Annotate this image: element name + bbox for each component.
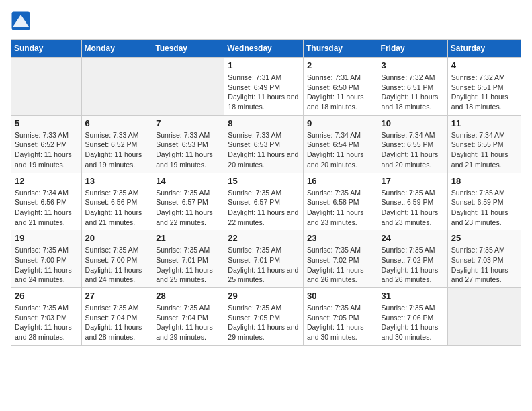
- calendar-cell: 1Sunrise: 7:31 AM Sunset: 6:49 PM Daylig…: [224, 58, 304, 116]
- calendar-cell: 2Sunrise: 7:31 AM Sunset: 6:50 PM Daylig…: [303, 58, 378, 116]
- day-number: 17: [382, 176, 444, 186]
- day-info: Sunrise: 7:32 AM Sunset: 6:51 PM Dayligh…: [382, 73, 444, 112]
- calendar-cell: 31Sunrise: 7:35 AM Sunset: 7:06 PM Dayli…: [378, 288, 447, 346]
- calendar-cell: 7Sunrise: 7:33 AM Sunset: 6:53 PM Daylig…: [152, 115, 224, 173]
- day-info: Sunrise: 7:35 AM Sunset: 7:05 PM Dayligh…: [228, 303, 300, 342]
- day-number: 4: [451, 60, 517, 71]
- calendar-cell: 14Sunrise: 7:35 AM Sunset: 6:57 PM Dayli…: [152, 173, 224, 230]
- day-number: 31: [382, 291, 444, 301]
- day-info: Sunrise: 7:35 AM Sunset: 7:02 PM Dayligh…: [307, 245, 374, 285]
- calendar-cell: [447, 288, 521, 346]
- day-number: 7: [156, 118, 220, 128]
- header-tuesday: Tuesday: [152, 40, 224, 58]
- calendar-cell: 23Sunrise: 7:35 AM Sunset: 7:02 PM Dayli…: [303, 230, 378, 288]
- day-number: 3: [382, 60, 444, 71]
- calendar-cell: 25Sunrise: 7:35 AM Sunset: 7:03 PM Dayli…: [447, 230, 521, 288]
- day-info: Sunrise: 7:35 AM Sunset: 6:59 PM Dayligh…: [382, 188, 444, 228]
- day-number: 22: [228, 233, 300, 243]
- day-number: 10: [382, 118, 444, 128]
- day-info: Sunrise: 7:35 AM Sunset: 6:59 PM Dayligh…: [451, 188, 517, 228]
- day-number: 9: [307, 118, 374, 128]
- day-number: 16: [307, 176, 374, 186]
- header-sunday: Sunday: [11, 40, 82, 58]
- calendar-cell: 13Sunrise: 7:35 AM Sunset: 6:56 PM Dayli…: [81, 173, 152, 230]
- page-header: [11, 11, 521, 31]
- day-info: Sunrise: 7:35 AM Sunset: 7:00 PM Dayligh…: [15, 245, 78, 285]
- calendar-header-row: SundayMondayTuesdayWednesdayThursdayFrid…: [11, 40, 521, 58]
- day-info: Sunrise: 7:32 AM Sunset: 6:51 PM Dayligh…: [451, 73, 517, 112]
- day-number: 5: [15, 118, 78, 128]
- day-info: Sunrise: 7:35 AM Sunset: 7:03 PM Dayligh…: [15, 303, 78, 342]
- day-number: 21: [156, 233, 220, 243]
- day-info: Sunrise: 7:35 AM Sunset: 7:04 PM Dayligh…: [156, 303, 220, 342]
- day-info: Sunrise: 7:35 AM Sunset: 7:03 PM Dayligh…: [451, 245, 517, 285]
- day-number: 2: [307, 60, 374, 71]
- day-number: 24: [382, 233, 444, 243]
- day-number: 8: [228, 118, 300, 128]
- calendar-cell: 28Sunrise: 7:35 AM Sunset: 7:04 PM Dayli…: [152, 288, 224, 346]
- day-info: Sunrise: 7:35 AM Sunset: 7:04 PM Dayligh…: [85, 303, 149, 342]
- calendar-cell: 9Sunrise: 7:34 AM Sunset: 6:54 PM Daylig…: [303, 115, 378, 173]
- day-number: 13: [85, 176, 149, 186]
- day-number: 26: [15, 291, 78, 301]
- day-number: 27: [85, 291, 149, 301]
- calendar-cell: 5Sunrise: 7:33 AM Sunset: 6:52 PM Daylig…: [11, 115, 82, 173]
- calendar-cell: 3Sunrise: 7:32 AM Sunset: 6:51 PM Daylig…: [378, 58, 447, 116]
- day-info: Sunrise: 7:33 AM Sunset: 6:52 PM Dayligh…: [85, 130, 149, 170]
- header-saturday: Saturday: [447, 40, 521, 58]
- calendar-week-row: 12Sunrise: 7:34 AM Sunset: 6:56 PM Dayli…: [11, 173, 521, 230]
- calendar-cell: 10Sunrise: 7:34 AM Sunset: 6:55 PM Dayli…: [378, 115, 447, 173]
- day-number: 12: [15, 176, 78, 186]
- day-info: Sunrise: 7:35 AM Sunset: 7:02 PM Dayligh…: [382, 245, 444, 285]
- calendar-cell: 20Sunrise: 7:35 AM Sunset: 7:00 PM Dayli…: [81, 230, 152, 288]
- logo: [11, 11, 34, 31]
- day-number: 15: [228, 176, 300, 186]
- day-number: 29: [228, 291, 300, 301]
- calendar-cell: [152, 58, 224, 116]
- day-info: Sunrise: 7:34 AM Sunset: 6:55 PM Dayligh…: [382, 130, 444, 170]
- calendar-cell: 17Sunrise: 7:35 AM Sunset: 6:59 PM Dayli…: [378, 173, 447, 230]
- day-number: 14: [156, 176, 220, 186]
- day-info: Sunrise: 7:35 AM Sunset: 7:06 PM Dayligh…: [382, 303, 444, 342]
- calendar-cell: 4Sunrise: 7:32 AM Sunset: 6:51 PM Daylig…: [447, 58, 521, 116]
- day-info: Sunrise: 7:31 AM Sunset: 6:49 PM Dayligh…: [228, 73, 300, 112]
- day-number: 18: [451, 176, 517, 186]
- day-number: 1: [228, 60, 300, 71]
- day-info: Sunrise: 7:34 AM Sunset: 6:54 PM Dayligh…: [307, 130, 374, 170]
- header-friday: Friday: [378, 40, 447, 58]
- calendar-cell: 22Sunrise: 7:35 AM Sunset: 7:01 PM Dayli…: [224, 230, 304, 288]
- day-info: Sunrise: 7:31 AM Sunset: 6:50 PM Dayligh…: [307, 73, 374, 112]
- day-info: Sunrise: 7:34 AM Sunset: 6:56 PM Dayligh…: [15, 188, 78, 228]
- day-number: 20: [85, 233, 149, 243]
- day-info: Sunrise: 7:33 AM Sunset: 6:53 PM Dayligh…: [156, 130, 220, 170]
- calendar-cell: 15Sunrise: 7:35 AM Sunset: 6:57 PM Dayli…: [224, 173, 304, 230]
- header-thursday: Thursday: [303, 40, 378, 58]
- day-info: Sunrise: 7:35 AM Sunset: 6:57 PM Dayligh…: [228, 188, 300, 228]
- calendar-week-row: 26Sunrise: 7:35 AM Sunset: 7:03 PM Dayli…: [11, 288, 521, 346]
- calendar-week-row: 5Sunrise: 7:33 AM Sunset: 6:52 PM Daylig…: [11, 115, 521, 173]
- day-info: Sunrise: 7:34 AM Sunset: 6:55 PM Dayligh…: [451, 130, 517, 170]
- calendar-cell: [81, 58, 152, 116]
- calendar-cell: 29Sunrise: 7:35 AM Sunset: 7:05 PM Dayli…: [224, 288, 304, 346]
- day-info: Sunrise: 7:33 AM Sunset: 6:53 PM Dayligh…: [228, 130, 300, 170]
- day-info: Sunrise: 7:35 AM Sunset: 6:57 PM Dayligh…: [156, 188, 220, 228]
- day-info: Sunrise: 7:35 AM Sunset: 7:05 PM Dayligh…: [307, 303, 374, 342]
- day-number: 19: [15, 233, 78, 243]
- calendar-cell: 8Sunrise: 7:33 AM Sunset: 6:53 PM Daylig…: [224, 115, 304, 173]
- header-monday: Monday: [81, 40, 152, 58]
- calendar-cell: 24Sunrise: 7:35 AM Sunset: 7:02 PM Dayli…: [378, 230, 447, 288]
- calendar-week-row: 1Sunrise: 7:31 AM Sunset: 6:49 PM Daylig…: [11, 58, 521, 116]
- day-number: 28: [156, 291, 220, 301]
- day-info: Sunrise: 7:35 AM Sunset: 6:56 PM Dayligh…: [85, 188, 149, 228]
- day-number: 6: [85, 118, 149, 128]
- calendar-cell: 18Sunrise: 7:35 AM Sunset: 6:59 PM Dayli…: [447, 173, 521, 230]
- day-info: Sunrise: 7:35 AM Sunset: 7:00 PM Dayligh…: [85, 245, 149, 285]
- calendar-cell: 21Sunrise: 7:35 AM Sunset: 7:01 PM Dayli…: [152, 230, 224, 288]
- calendar-cell: 12Sunrise: 7:34 AM Sunset: 6:56 PM Dayli…: [11, 173, 82, 230]
- day-number: 23: [307, 233, 374, 243]
- day-number: 30: [307, 291, 374, 301]
- day-info: Sunrise: 7:35 AM Sunset: 6:58 PM Dayligh…: [307, 188, 374, 228]
- calendar-cell: 30Sunrise: 7:35 AM Sunset: 7:05 PM Dayli…: [303, 288, 378, 346]
- day-info: Sunrise: 7:35 AM Sunset: 7:01 PM Dayligh…: [156, 245, 220, 285]
- day-number: 25: [451, 233, 517, 243]
